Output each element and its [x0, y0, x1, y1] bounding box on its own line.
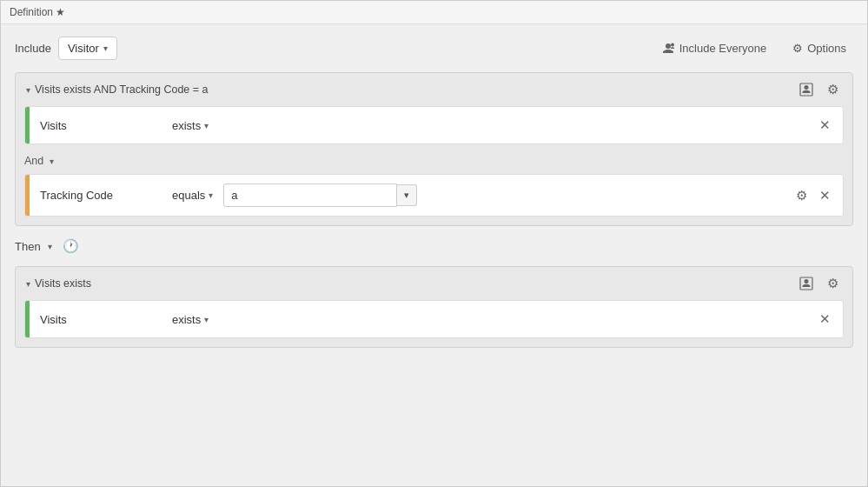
- tracking-code-close-icon: ✕: [819, 188, 831, 203]
- options-gear-icon: ⚙: [792, 42, 803, 55]
- include-label: Include: [15, 42, 51, 55]
- second-visits-close-button[interactable]: ✕: [816, 310, 834, 329]
- value-input-group: ▾: [223, 183, 417, 207]
- second-visits-name: Visits: [40, 313, 162, 326]
- tracking-code-operator-text: equals: [172, 189, 205, 202]
- value-dropdown-chevron-icon: ▾: [404, 190, 409, 201]
- second-group-gear-icon: ⚙: [827, 276, 838, 291]
- tracking-code-gear-icon: ⚙: [796, 188, 807, 203]
- include-everyone-label: Include Everyone: [679, 42, 766, 55]
- include-everyone-button[interactable]: Include Everyone: [654, 37, 773, 60]
- tracking-code-close-button[interactable]: ✕: [816, 186, 834, 205]
- and-chevron-icon: ▾: [50, 157, 54, 166]
- visits-name: Visits: [40, 119, 162, 132]
- second-visits-operator-chevron-icon: ▾: [204, 315, 209, 324]
- second-group-chevron-icon: ▾: [26, 279, 30, 289]
- clock-icon: 🕐: [63, 238, 79, 254]
- options-button[interactable]: ⚙ Options: [785, 37, 853, 59]
- first-group-header: ▾ Visits exists AND Tracking Code = a ⚙: [16, 73, 852, 106]
- page-container: Definition ★ Include Visitor ▾: [0, 0, 868, 487]
- second-group-header: ▾ Visits exists ⚙: [16, 267, 852, 300]
- tracking-code-row-actions: ⚙ ✕: [792, 186, 843, 205]
- person-icon: [661, 42, 675, 56]
- main-content: Include Visitor ▾ Include Everyone: [1, 24, 867, 486]
- first-group-portrait-button[interactable]: [796, 81, 817, 98]
- and-connector: And ▾: [16, 151, 852, 174]
- visits-condition-row: Visits exists ▾ ✕: [24, 106, 844, 144]
- and-chevron-button[interactable]: ▾: [48, 157, 56, 166]
- second-visits-operator[interactable]: exists ▾: [172, 313, 209, 326]
- second-visits-content: Visits exists ▾: [30, 304, 816, 335]
- first-condition-group: ▾ Visits exists AND Tracking Code = a ⚙: [15, 72, 853, 226]
- visits-operator-text: exists: [172, 119, 201, 132]
- first-group-gear-button[interactable]: ⚙: [824, 80, 842, 99]
- second-visits-close-icon: ✕: [819, 311, 831, 327]
- definition-label: Definition ★: [10, 6, 65, 18]
- second-group-gear-button[interactable]: ⚙: [824, 274, 842, 293]
- tracking-code-value-area: ▾: [223, 183, 782, 207]
- tracking-code-operator[interactable]: equals ▾: [172, 189, 213, 202]
- first-group-title: ▾ Visits exists AND Tracking Code = a: [26, 83, 209, 96]
- tracking-code-name: Tracking Code: [40, 189, 162, 202]
- second-group-title: ▾ Visits exists: [26, 277, 91, 290]
- tracking-code-gear-button[interactable]: ⚙: [792, 186, 811, 205]
- second-group-title-text: Visits exists: [35, 277, 91, 290]
- visits-close-icon: ✕: [819, 117, 831, 133]
- then-row: Then ▾ 🕐: [15, 235, 853, 257]
- visitor-value: Visitor: [68, 42, 99, 55]
- visits-close-button[interactable]: ✕: [816, 116, 834, 135]
- value-dropdown-button[interactable]: ▾: [397, 184, 417, 206]
- and-label: And: [24, 155, 43, 167]
- second-visits-row: Visits exists ▾ ✕: [24, 300, 844, 338]
- first-group-chevron-icon: ▾: [26, 85, 30, 95]
- clock-button[interactable]: 🕐: [59, 237, 83, 256]
- tracking-code-row: Tracking Code equals ▾ ▾: [24, 174, 844, 217]
- title-bar: Definition ★: [1, 1, 867, 24]
- then-label: Then: [15, 240, 41, 253]
- first-group-gear-icon: ⚙: [827, 82, 838, 97]
- options-label: Options: [807, 42, 846, 55]
- visits-operator[interactable]: exists ▾: [172, 119, 209, 132]
- toolbar-right: Include Everyone ⚙ Options: [654, 37, 853, 60]
- toolbar-left: Include Visitor ▾: [15, 37, 117, 60]
- tracking-code-value-input[interactable]: [223, 183, 397, 207]
- second-group-actions: ⚙: [796, 274, 842, 293]
- visits-row-actions: ✕: [816, 116, 843, 135]
- second-visits-operator-text: exists: [172, 313, 201, 326]
- visitor-chevron-icon: ▾: [103, 43, 108, 53]
- second-condition-group: ▾ Visits exists ⚙: [15, 266, 853, 348]
- then-chevron-icon: ▾: [48, 242, 52, 251]
- second-visits-row-actions: ✕: [816, 310, 843, 329]
- tracking-code-operator-chevron-icon: ▾: [209, 190, 213, 200]
- tracking-code-content: Tracking Code equals ▾ ▾: [30, 175, 792, 216]
- second-group-portrait-button[interactable]: [796, 275, 817, 292]
- then-chevron-button[interactable]: ▾: [46, 242, 54, 251]
- first-group-title-text: Visits exists AND Tracking Code = a: [35, 83, 209, 96]
- visitor-dropdown[interactable]: Visitor ▾: [58, 37, 117, 60]
- visits-condition-content: Visits exists ▾: [30, 110, 816, 141]
- toolbar: Include Visitor ▾ Include Everyone: [15, 37, 853, 60]
- visits-operator-chevron-icon: ▾: [204, 121, 209, 130]
- first-group-actions: ⚙: [796, 80, 842, 99]
